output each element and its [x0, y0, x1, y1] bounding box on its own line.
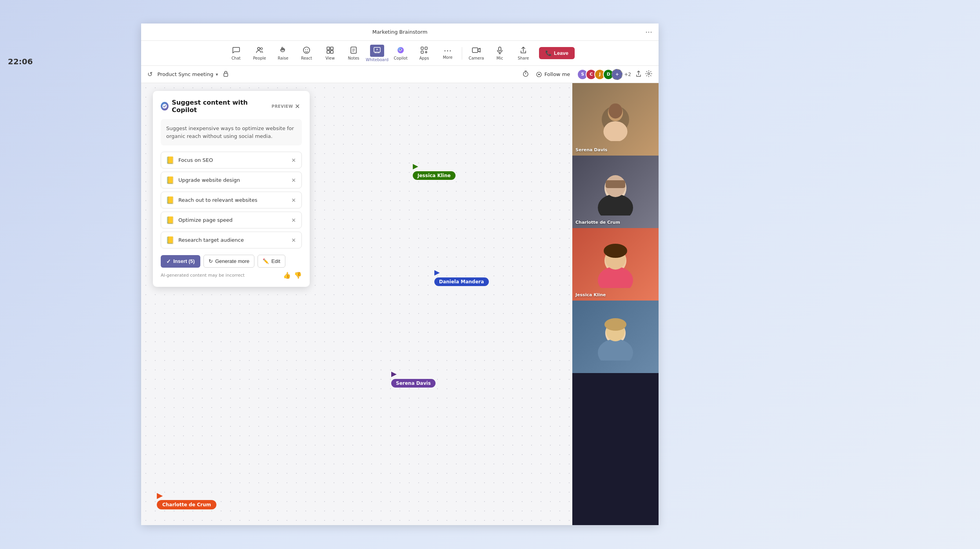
toolbar-item-camera[interactable]: Camera — [465, 42, 487, 64]
toolbar-item-react[interactable]: React — [296, 42, 318, 64]
svg-point-22 — [648, 72, 650, 74]
remove-suggestion-2[interactable]: ✕ — [290, 176, 297, 184]
toolbar-item-apps[interactable]: Apps — [413, 42, 435, 64]
sticky-note-icon-3: 📒 — [166, 196, 174, 204]
whiteboard-canvas[interactable]: ▶ Jessica Kline ▶ Daniela Mandera ▶ Sere… — [141, 83, 572, 525]
refresh-icon[interactable]: ↺ — [147, 71, 152, 78]
leave-button[interactable]: 📞 Leave — [539, 47, 575, 59]
insert-button[interactable]: ✓ Insert (5) — [161, 255, 200, 268]
video-tile-fourth — [572, 301, 659, 373]
raise-label: Raise — [278, 56, 289, 60]
edit-button[interactable]: ✏️ Edit — [258, 255, 285, 268]
toolbar-divider — [462, 47, 462, 60]
svg-point-0 — [258, 47, 260, 50]
avatar-serena — [602, 106, 629, 133]
thumbs-up-icon[interactable]: 👍 — [283, 272, 291, 279]
video-bg-serena — [572, 83, 659, 156]
toolbar-item-share[interactable]: Share — [512, 42, 534, 64]
suggestion-item-5[interactable]: 📒 Research target audience ✕ — [161, 232, 302, 248]
toolbar-item-notes[interactable]: Notes — [343, 42, 365, 64]
share-meeting-icon[interactable] — [635, 70, 642, 79]
svg-point-36 — [598, 339, 633, 361]
action-row: ✓ Insert (5) ↻ Generate more ✏️ Edit — [161, 255, 302, 268]
cursor-name-serena: Serena Davis — [391, 379, 436, 388]
view-label: View — [325, 56, 335, 60]
remove-suggestion-5[interactable]: ✕ — [290, 236, 297, 244]
main-content: ▶ Jessica Kline ▶ Daniela Mandera ▶ Sere… — [141, 83, 659, 525]
view-icon — [326, 46, 334, 55]
video-bg-charlotte — [572, 156, 659, 228]
svg-rect-5 — [327, 47, 330, 50]
suggestion-left-1: 📒 Focus on SEO — [166, 156, 213, 164]
window-more-icon[interactable]: ⋯ — [645, 28, 652, 36]
suggestion-item-2[interactable]: 📒 Upgrade website design ✕ — [161, 172, 302, 188]
suggestion-item-3[interactable]: 📒 Reach out to relevant websites ✕ — [161, 192, 302, 208]
toolbar-item-copilot[interactable]: Copilot — [390, 42, 412, 64]
copilot-title: Suggest content with Copilot PREVIEW — [161, 99, 293, 114]
refresh-generate-icon: ↻ — [209, 258, 213, 264]
apps-label: Apps — [419, 56, 429, 60]
lock-icon[interactable] — [223, 71, 229, 78]
svg-rect-14 — [421, 51, 423, 53]
notes-label: Notes — [348, 56, 359, 60]
prompt-text: Suggest inexpensive ways to optimize web… — [166, 125, 294, 139]
toolbar-item-mic[interactable]: Mic — [489, 42, 511, 64]
participant-name-charlotte: Charlotte de Crum — [575, 220, 620, 225]
video-tile-charlotte: Charlotte de Crum — [572, 156, 659, 228]
cursor-arrow-jessica: ▶ — [413, 163, 418, 170]
share-icon — [519, 46, 527, 55]
sub-toolbar-left: ↺ Product Sync meeting ▾ — [147, 71, 229, 78]
svg-rect-7 — [327, 51, 330, 53]
svg-rect-12 — [421, 47, 423, 49]
meeting-title-button[interactable]: Product Sync meeting ▾ — [157, 71, 218, 77]
chevron-down-icon: ▾ — [216, 72, 218, 77]
suggestion-left-2: 📒 Upgrade website design — [166, 176, 240, 184]
svg-point-21 — [538, 74, 540, 75]
sticky-note-icon-1: 📒 — [166, 156, 174, 164]
cursor-jessica: ▶ Jessica Kline — [413, 163, 456, 180]
cursor-serena: ▶ Serena Davis — [391, 370, 436, 388]
timer-icon[interactable] — [523, 71, 529, 78]
svg-point-3 — [305, 49, 306, 50]
toolbar-item-raise[interactable]: Raise — [272, 42, 294, 64]
toolbar-item-view[interactable]: View — [319, 42, 341, 64]
toolbar-item-chat[interactable]: Chat — [225, 42, 247, 64]
pencil-icon: ✏️ — [263, 258, 269, 264]
cursor-daniela: ▶ Daniela Mandera — [434, 269, 489, 286]
avatar-count: +2 — [624, 72, 631, 77]
chat-label: Chat — [231, 56, 240, 60]
avatar-5[interactable]: + — [612, 69, 622, 80]
suggestion-item-4[interactable]: 📒 Optimize page speed ✕ — [161, 212, 302, 228]
thumbs-down-icon[interactable]: 👎 — [294, 272, 302, 279]
settings-icon[interactable] — [645, 70, 652, 79]
more-icon: ⋯ — [444, 47, 452, 54]
remove-suggestion-1[interactable]: ✕ — [290, 156, 297, 164]
toolbar-item-people[interactable]: People — [249, 42, 270, 64]
toolbar-item-more[interactable]: ⋯ More — [437, 42, 459, 64]
react-label: React — [301, 56, 312, 60]
share-label: Share — [518, 56, 529, 60]
toolbar-item-whiteboard[interactable]: Whiteboard — [366, 42, 388, 64]
remove-suggestion-3[interactable]: ✕ — [290, 196, 297, 204]
copilot-title-text: Suggest content with Copilot — [172, 99, 267, 114]
video-panel: Serena Davis Charlotte de Crum — [572, 83, 659, 525]
generate-more-button[interactable]: ↻ Generate more — [203, 255, 254, 268]
edit-label: Edit — [271, 258, 280, 264]
disclaimer-text: AI-generated content may be incorrect — [161, 273, 245, 278]
copilot-toolbar-icon — [397, 46, 405, 55]
raise-icon — [279, 46, 287, 55]
suggestion-item-1[interactable]: 📒 Focus on SEO ✕ — [161, 152, 302, 169]
suggestion-text-3: Reach out to relevant websites — [178, 197, 257, 203]
remove-suggestion-4[interactable]: ✕ — [290, 216, 297, 224]
participant-name-serena: Serena Davis — [575, 147, 607, 152]
window-title: Marketing Brainstorm — [372, 29, 428, 35]
suggestion-text-2: Upgrade website design — [178, 177, 240, 183]
cursor-arrow-charlotte: ▶ — [157, 491, 216, 500]
svg-point-34 — [604, 244, 627, 258]
mic-label: Mic — [497, 56, 503, 60]
more-label: More — [443, 55, 453, 60]
suggestion-text-5: Research target audience — [178, 237, 244, 243]
cursor-arrow-daniela: ▶ — [434, 269, 440, 276]
close-copilot-button[interactable]: ✕ — [293, 101, 302, 111]
follow-me-button[interactable]: Follow me — [533, 70, 573, 79]
